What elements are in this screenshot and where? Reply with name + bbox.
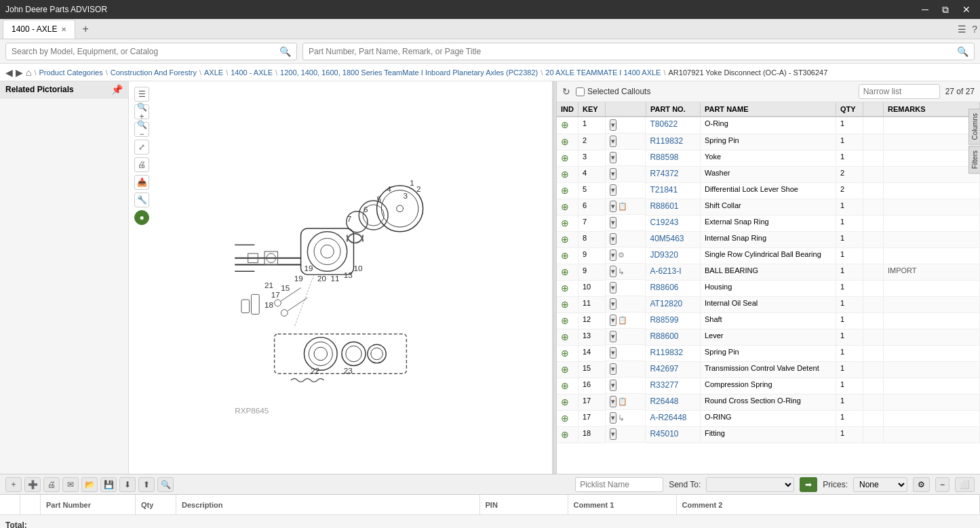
part-number-link[interactable]: R88598: [650, 153, 678, 162]
breadcrumb-axle[interactable]: AXLE: [204, 68, 223, 77]
model-search-input[interactable]: [12, 47, 279, 56]
refresh-button[interactable]: ↻: [562, 86, 570, 97]
prices-select[interactable]: None: [853, 477, 907, 492]
add-part-btn[interactable]: ⊕: [561, 397, 569, 407]
minus-btn[interactable]: −: [935, 477, 949, 492]
new-tab-button[interactable]: +: [78, 22, 92, 37]
callouts-checkbox-input[interactable]: [576, 87, 585, 96]
add-part-btn[interactable]: ⊕: [561, 413, 569, 424]
print-btn[interactable]: 🖨: [134, 157, 149, 172]
add-part-btn[interactable]: ⊕: [561, 266, 569, 277]
part-search-icon[interactable]: 🔍: [957, 46, 968, 57]
add-part-btn[interactable]: ⊕: [561, 153, 569, 163]
add-part-btn[interactable]: ⊕: [561, 331, 569, 342]
row-chevron[interactable]: ▾: [610, 119, 616, 131]
row-chevron[interactable]: ▾: [610, 314, 616, 326]
restore-button[interactable]: ⧉: [938, 3, 953, 17]
back-button[interactable]: ◀: [5, 67, 13, 78]
add-part-btn[interactable]: ⊕: [561, 315, 569, 326]
fit-btn[interactable]: ⤢: [134, 140, 149, 155]
open-btn[interactable]: 📂: [81, 477, 98, 492]
breadcrumb-construction-forestry[interactable]: Construction And Forestry: [111, 68, 197, 77]
add-part-btn[interactable]: ⊕: [561, 250, 569, 261]
part-number-link[interactable]: AT12820: [650, 299, 682, 308]
print-list-btn[interactable]: 🖨: [43, 477, 60, 492]
columns-tab[interactable]: Columns: [968, 108, 980, 144]
row-chevron[interactable]: ▾: [610, 152, 616, 163]
new-list-btn[interactable]: +: [5, 477, 22, 492]
row-chevron[interactable]: ▾: [610, 331, 616, 342]
row-chevron[interactable]: ▾: [610, 380, 616, 391]
row-chevron[interactable]: ▾: [610, 282, 616, 293]
export-btn[interactable]: 📥: [134, 175, 149, 190]
part-number-link[interactable]: T80622: [650, 119, 678, 129]
breadcrumb-1400-axle[interactable]: 1400 - AXLE: [231, 68, 273, 77]
tab-1400-axle[interactable]: 1400 - AXLE ✕: [3, 20, 75, 39]
email-btn[interactable]: ✉: [62, 477, 79, 492]
row-chevron[interactable]: ▾: [610, 396, 616, 407]
row-chevron[interactable]: ▾: [610, 184, 616, 196]
part-number-link[interactable]: T21841: [650, 185, 678, 195]
part-number-link[interactable]: R88599: [650, 315, 678, 325]
model-search-icon[interactable]: 🔍: [279, 46, 291, 57]
part-number-link[interactable]: R88606: [650, 283, 678, 292]
add-part-btn[interactable]: ⊕: [561, 283, 569, 293]
row-chevron[interactable]: ▾: [610, 201, 616, 212]
row-chevron[interactable]: ▾: [610, 233, 616, 245]
row-chevron[interactable]: ▾: [610, 136, 616, 147]
selected-callouts-checkbox[interactable]: Selected Callouts: [576, 87, 650, 96]
filters-tab[interactable]: Filters: [968, 146, 980, 174]
part-number-link[interactable]: C19243: [650, 218, 678, 227]
add-part-btn[interactable]: ⊕: [561, 380, 569, 391]
part-number-link[interactable]: JD9320: [650, 250, 678, 260]
part-number-link[interactable]: R45010: [650, 429, 678, 439]
part-number-link[interactable]: R42697: [650, 364, 678, 373]
breadcrumb-series[interactable]: 1200, 1400, 1600, 1800 Series TeamMate I…: [280, 68, 538, 77]
row-chevron[interactable]: ▾: [610, 298, 616, 310]
upload-btn[interactable]: ⬆: [138, 477, 155, 492]
home-icon[interactable]: ⌂: [26, 67, 31, 78]
tab-close-icon[interactable]: ✕: [61, 26, 66, 33]
row-chevron[interactable]: ▾: [610, 412, 616, 424]
help-icon[interactable]: ?: [972, 24, 977, 35]
add-part-btn[interactable]: ⊕: [561, 348, 569, 359]
row-chevron[interactable]: ▾: [610, 347, 616, 359]
part-number-link[interactable]: R74372: [650, 169, 678, 178]
search-list-btn[interactable]: 🔍: [157, 477, 174, 492]
list-view-btn[interactable]: ☰: [134, 87, 149, 102]
part-number-link[interactable]: R119832: [650, 348, 683, 357]
part-number-link[interactable]: A-6213-I: [650, 266, 681, 276]
expand-btn[interactable]: ⬜: [955, 477, 975, 492]
part-number-link[interactable]: A-R26448: [650, 413, 686, 422]
add-part-btn[interactable]: ⊕: [561, 201, 569, 212]
picklist-name-input[interactable]: [575, 477, 663, 492]
add-part-btn[interactable]: ⊕: [561, 218, 569, 228]
minimize-button[interactable]: ─: [918, 3, 933, 17]
part-number-link[interactable]: R88600: [650, 331, 678, 341]
part-number-link[interactable]: R88601: [650, 201, 678, 211]
tools-btn[interactable]: 🔧: [134, 192, 149, 207]
parts-table-container[interactable]: IND KEY PART NO. PART NAME QTY REMARKS ⊕…: [557, 102, 980, 474]
zoom-out-btn[interactable]: 🔍−: [134, 122, 149, 137]
add-part-btn[interactable]: ⊕: [561, 169, 569, 180]
add-btn[interactable]: ➕: [24, 477, 41, 492]
zoom-in-btn[interactable]: 🔍+: [134, 104, 149, 119]
pin-icon[interactable]: 📌: [111, 84, 123, 95]
row-chevron[interactable]: ▾: [610, 217, 616, 228]
breadcrumb-product-categories[interactable]: Product Categories: [39, 68, 103, 77]
add-part-btn[interactable]: ⊕: [561, 136, 569, 147]
row-chevron[interactable]: ▾: [610, 428, 616, 440]
row-chevron[interactable]: ▾: [610, 266, 616, 277]
row-chevron[interactable]: ▾: [610, 363, 616, 375]
row-chevron[interactable]: ▾: [610, 249, 616, 261]
part-number-link[interactable]: 40M5463: [650, 234, 684, 243]
add-part-btn[interactable]: ⊕: [561, 299, 569, 310]
part-number-link[interactable]: R33277: [650, 380, 678, 390]
indicator-btn[interactable]: ●: [134, 210, 149, 225]
add-part-btn[interactable]: ⊕: [561, 234, 569, 245]
part-search-input[interactable]: [309, 47, 957, 56]
add-part-btn[interactable]: ⊕: [561, 185, 569, 196]
breadcrumb-20-axle[interactable]: 20 AXLE TEAMMATE I 1400 AXLE: [545, 68, 661, 77]
add-part-btn[interactable]: ⊕: [561, 429, 569, 440]
send-button[interactable]: ➡: [800, 477, 817, 492]
